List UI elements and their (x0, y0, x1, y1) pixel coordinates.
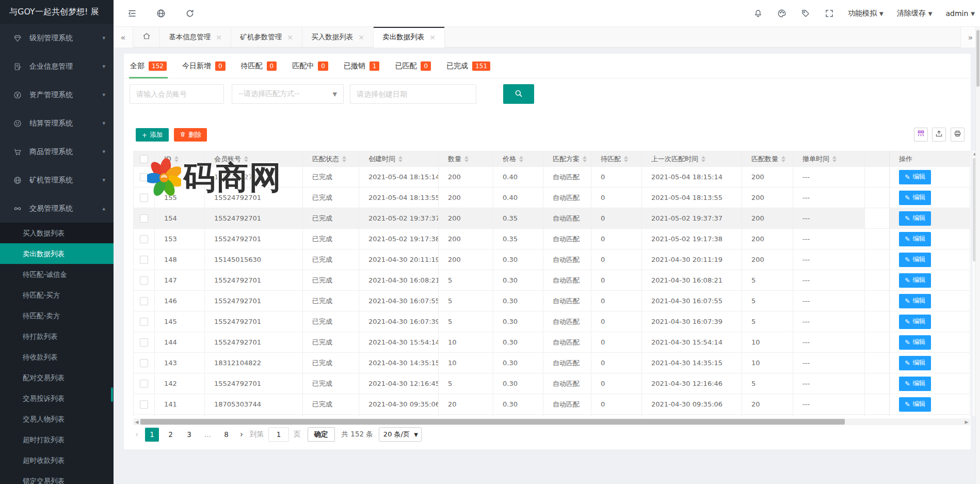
sidebar-item-结算管理系统[interactable]: 结算管理系统▾ (0, 109, 114, 137)
edit-button[interactable]: ✎编辑 (899, 273, 931, 288)
tag-icon[interactable] (800, 8, 811, 19)
palette-icon[interactable] (777, 8, 787, 19)
tab-矿机参数管理[interactable]: 矿机参数管理× (231, 27, 302, 48)
edit-button[interactable]: ✎编辑 (899, 397, 931, 412)
globe-icon[interactable] (156, 8, 166, 19)
filter-tab-已撤销[interactable]: 已撤销1 (343, 54, 381, 79)
row-checkbox[interactable] (140, 173, 148, 181)
row-checkbox[interactable] (140, 235, 148, 243)
scroll-left-arrow-icon[interactable]: ◀ (133, 419, 140, 425)
sort-icon[interactable] (174, 156, 179, 162)
delete-button[interactable]: 删除 (174, 128, 207, 142)
topbar-menu-功能模拟[interactable]: 功能模拟▼ (848, 9, 883, 18)
sidebar-subitem-交易人物列表[interactable]: 交易人物列表 (0, 409, 114, 429)
menu-fold-icon[interactable] (127, 8, 137, 19)
sidebar-subitem-卖出数据列表[interactable]: 卖出数据列表 (0, 243, 114, 264)
edit-button[interactable]: ✎编辑 (899, 315, 931, 329)
row-checkbox[interactable] (140, 400, 148, 409)
sidebar-subitem-交易投诉列表[interactable]: 交易投诉列表 (0, 388, 114, 409)
sort-icon[interactable] (398, 156, 403, 162)
sidebar-subitem-待打款列表[interactable]: 待打款列表 (0, 326, 114, 347)
sidebar-subitem-待收款列表[interactable]: 待收款列表 (0, 347, 114, 367)
match-type-select[interactable]: --请选择匹配方式-- ▼ (232, 84, 344, 104)
edit-button[interactable]: ✎编辑 (899, 377, 931, 391)
scroll-right-arrow-icon[interactable]: ▶ (963, 419, 970, 425)
horizontal-scrollbar[interactable]: ◀ ▶ (133, 418, 970, 425)
column-header-撤单时间[interactable]: 撤单时间 (793, 151, 865, 166)
column-header-匹配状态[interactable]: 匹配状态 (303, 151, 359, 166)
member-account-input[interactable] (130, 84, 224, 104)
sort-icon[interactable] (781, 156, 785, 162)
column-header-价格[interactable]: 价格 (493, 151, 543, 166)
next-page-icon[interactable]: › (238, 430, 245, 439)
column-header-创建时间[interactable]: 创建时间 (359, 151, 439, 166)
sort-icon[interactable] (464, 156, 469, 162)
tabs-scroll-left[interactable]: « (114, 27, 133, 48)
row-checkbox[interactable] (140, 194, 148, 202)
row-checkbox[interactable] (140, 297, 148, 305)
filter-tab-今日新增[interactable]: 今日新增0 (181, 54, 227, 79)
sort-icon[interactable] (624, 156, 628, 162)
sidebar-item-资产管理系统[interactable]: 资产管理系统▾ (0, 81, 114, 109)
sidebar-subitem-待匹配-买方[interactable]: 待匹配-买方 (0, 285, 114, 305)
export-button[interactable] (932, 128, 946, 142)
page-number-8[interactable]: 8 (219, 428, 233, 442)
sidebar-item-矿机管理系统[interactable]: 矿机管理系统▾ (0, 166, 114, 194)
edit-button[interactable]: ✎编辑 (899, 170, 931, 184)
column-header-数量[interactable]: 数量 (439, 151, 493, 166)
sidebar-subitem-配对交易列表[interactable]: 配对交易列表 (0, 367, 114, 388)
page-size-select[interactable]: 20 条/页 ▼ (379, 427, 422, 442)
column-header-匹配数量[interactable]: 匹配数量 (742, 151, 793, 166)
sidebar-scrollbar-thumb[interactable] (111, 387, 113, 402)
filter-tab-全部[interactable]: 全部152 (129, 54, 168, 79)
edit-button[interactable]: ✎编辑 (899, 232, 931, 246)
row-checkbox[interactable] (140, 214, 148, 223)
select-all-checkbox[interactable] (140, 155, 148, 163)
jump-page-input[interactable] (268, 427, 289, 442)
sidebar-subitem-买入数据列表[interactable]: 买入数据列表 (0, 223, 114, 243)
row-checkbox[interactable] (140, 359, 148, 367)
sort-icon[interactable] (701, 156, 705, 162)
search-button[interactable] (503, 84, 534, 104)
sort-icon[interactable] (342, 156, 346, 162)
toggle-columns-button[interactable] (914, 128, 928, 142)
edit-button[interactable]: ✎编辑 (899, 294, 931, 308)
edit-button[interactable]: ✎编辑 (899, 253, 931, 267)
fullscreen-icon[interactable] (824, 8, 834, 19)
sort-icon[interactable] (244, 156, 248, 162)
edit-button[interactable]: ✎编辑 (899, 211, 931, 226)
sidebar-subitem-超时收款列表[interactable]: 超时收款列表 (0, 450, 114, 471)
create-date-input[interactable] (350, 84, 476, 104)
tab-买入数据列表[interactable]: 买入数据列表× (302, 27, 374, 48)
sidebar-item-企业信息管理[interactable]: 企业信息管理▾ (0, 52, 114, 81)
sort-icon[interactable] (832, 156, 837, 162)
print-button[interactable] (951, 128, 965, 142)
sidebar-subitem-锁定交易列表[interactable]: 锁定交易列表 (0, 471, 114, 484)
sidebar-item-商品管理系统[interactable]: 商品管理系统▾ (0, 137, 114, 166)
edit-button[interactable]: ✎编辑 (899, 191, 931, 205)
row-checkbox[interactable] (140, 318, 148, 326)
close-icon[interactable]: × (216, 33, 222, 41)
close-icon[interactable]: × (429, 33, 436, 41)
close-icon[interactable]: × (358, 33, 364, 41)
page-number-2[interactable]: 2 (164, 428, 178, 442)
tab-home[interactable] (133, 27, 160, 48)
edit-button[interactable]: ✎编辑 (899, 335, 931, 350)
sidebar-subitem-待匹配-卖方[interactable]: 待匹配-卖方 (0, 305, 114, 326)
sort-icon[interactable] (519, 156, 523, 162)
edit-button[interactable]: ✎编辑 (899, 356, 931, 370)
topbar-menu-清除缓存[interactable]: 清除缓存▼ (897, 9, 933, 18)
jump-confirm-button[interactable]: 确定 (308, 427, 335, 442)
sidebar-item-交易管理系统[interactable]: 交易管理系统▴ (0, 194, 114, 223)
filter-tab-已匹配[interactable]: 已匹配0 (394, 54, 432, 79)
horizontal-scrollbar-thumb[interactable] (140, 419, 845, 425)
tab-卖出数据列表[interactable]: 卖出数据列表× (374, 27, 445, 48)
bell-icon[interactable] (753, 8, 763, 19)
add-button[interactable]: + 添加 (136, 128, 169, 142)
filter-tab-匹配中[interactable]: 匹配中0 (291, 54, 329, 79)
sort-icon[interactable] (583, 156, 587, 162)
filter-tab-已完成[interactable]: 已完成151 (445, 54, 491, 79)
sidebar-subitem-待匹配-诚信金[interactable]: 待匹配-诚信金 (0, 264, 114, 285)
row-checkbox[interactable] (140, 338, 148, 347)
column-header-ID[interactable]: ID (155, 151, 205, 166)
